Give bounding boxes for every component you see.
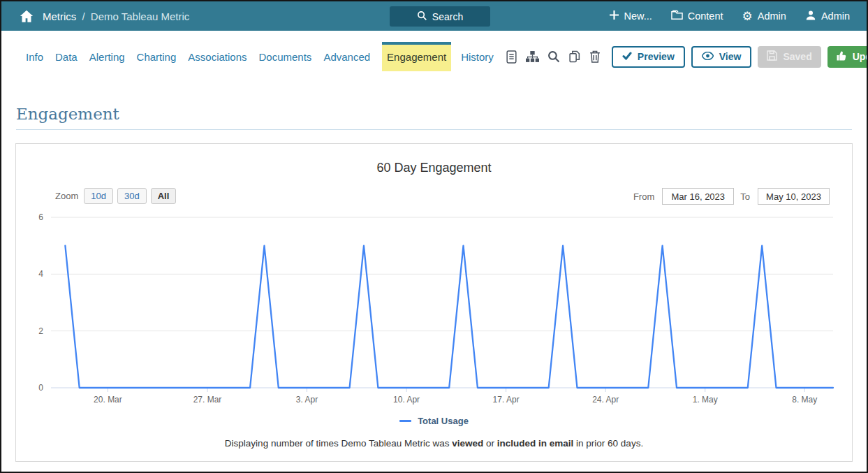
new-menu-label: New... <box>624 10 652 22</box>
tab-alerting[interactable]: Alerting <box>89 42 125 71</box>
user-menu-label: Admin <box>821 10 850 22</box>
caption-text: or <box>483 438 497 449</box>
caption-text: Displaying number of times Demo Tableau … <box>225 438 452 449</box>
page-title: Engagement <box>16 105 852 130</box>
zoom-30d-button[interactable]: 30d <box>117 188 147 204</box>
eye-icon <box>702 51 714 62</box>
breadcrumb-current: Demo Tableau Metric <box>91 10 189 22</box>
caption-text: in prior 60 days. <box>573 438 643 449</box>
thumbs-up-icon <box>837 50 847 63</box>
search-icon[interactable] <box>547 50 560 63</box>
svg-text:8. May: 8. May <box>792 395 817 405</box>
check-icon <box>622 51 632 62</box>
user-menu[interactable]: Admin <box>805 10 850 23</box>
svg-text:10. Apr: 10. Apr <box>393 395 420 405</box>
copy-icon[interactable] <box>568 50 581 63</box>
breadcrumb-separator: / <box>82 10 85 22</box>
tab-data[interactable]: Data <box>55 42 78 71</box>
svg-text:20. Mar: 20. Mar <box>94 395 122 405</box>
svg-text:6: 6 <box>38 212 43 222</box>
svg-text:4: 4 <box>38 269 43 279</box>
breadcrumb: Metrics / Demo Tableau Metric <box>43 10 189 22</box>
caption-bold-viewed: viewed <box>452 438 483 449</box>
update-button[interactable]: Update <box>827 46 868 68</box>
date-range-inputs: From To <box>633 188 830 205</box>
zoom-all-button[interactable]: All <box>151 188 177 204</box>
preview-label: Preview <box>638 51 675 62</box>
svg-text:17. Apr: 17. Apr <box>493 395 520 405</box>
document-icon[interactable] <box>506 50 517 64</box>
svg-text:2: 2 <box>38 326 43 336</box>
view-label: View <box>719 51 742 62</box>
engagement-panel: 60 Day Engagement Zoom 10d 30d All From … <box>15 143 853 462</box>
tab-engagement[interactable]: Engagement <box>382 42 451 71</box>
svg-text:24. Apr: 24. Apr <box>592 395 619 405</box>
engagement-chart[interactable]: 024620. Mar27. Mar3. Apr10. Apr17. Apr24… <box>20 210 848 413</box>
from-date-input[interactable] <box>662 188 734 205</box>
breadcrumb-section[interactable]: Metrics <box>43 10 76 22</box>
saved-label: Saved <box>783 51 811 62</box>
folder-icon <box>671 10 683 22</box>
tab-documents[interactable]: Documents <box>259 42 312 71</box>
zoom-range-selector: Zoom 10d 30d All <box>55 188 176 204</box>
svg-text:3. Apr: 3. Apr <box>296 395 318 405</box>
update-label: Update <box>853 51 868 62</box>
zoom-10d-button[interactable]: 10d <box>84 188 113 204</box>
saved-button: Saved <box>758 46 821 68</box>
chart-caption: Displaying number of times Demo Tableau … <box>16 438 852 449</box>
zoom-label: Zoom <box>55 191 78 201</box>
floppy-icon <box>767 50 777 63</box>
legend-item-total-usage[interactable]: Total Usage <box>16 416 852 426</box>
chart-controls: Zoom 10d 30d All From To <box>16 187 852 206</box>
admin-menu-label: Admin <box>758 10 786 22</box>
tab-advanced[interactable]: Advanced <box>323 42 370 71</box>
to-label: To <box>740 191 750 202</box>
tab-history[interactable]: History <box>461 42 494 71</box>
content-menu[interactable]: Content <box>671 10 723 22</box>
view-button[interactable]: View <box>691 46 752 68</box>
top-navbar: Metrics / Demo Tableau Metric Search New… <box>1 1 867 31</box>
tab-charting[interactable]: Charting <box>137 42 177 71</box>
toolbar: Preview View Saved Update <box>506 46 868 68</box>
person-icon <box>805 10 816 23</box>
tab-info[interactable]: Info <box>26 42 43 71</box>
admin-menu[interactable]: ⚙ Admin <box>742 10 786 22</box>
legend-line-swatch <box>399 420 411 422</box>
new-menu[interactable]: New... <box>610 10 652 22</box>
gear-icon: ⚙ <box>742 10 753 22</box>
from-label: From <box>633 191 654 202</box>
content-menu-label: Content <box>688 10 723 22</box>
svg-text:0: 0 <box>38 383 43 393</box>
svg-text:27. Mar: 27. Mar <box>193 395 222 405</box>
plus-icon <box>610 10 619 22</box>
preview-button[interactable]: Preview <box>612 46 685 68</box>
svg-text:1. May: 1. May <box>693 395 718 405</box>
chart-title: 60 Day Engagement <box>16 144 852 175</box>
tab-bar: Info Data Alerting Charting Associations… <box>1 42 867 71</box>
search-button[interactable]: Search <box>390 6 490 27</box>
app-window: Metrics / Demo Tableau Metric Search New… <box>0 0 868 473</box>
to-date-input[interactable] <box>758 188 830 205</box>
trash-icon[interactable] <box>589 50 601 63</box>
home-icon[interactable] <box>20 10 34 23</box>
search-label: Search <box>432 11 463 22</box>
caption-bold-email: included in email <box>497 438 574 449</box>
sitemap-icon[interactable] <box>526 51 539 63</box>
legend-label: Total Usage <box>418 416 469 426</box>
search-icon <box>417 10 427 23</box>
tab-associations[interactable]: Associations <box>188 42 247 71</box>
